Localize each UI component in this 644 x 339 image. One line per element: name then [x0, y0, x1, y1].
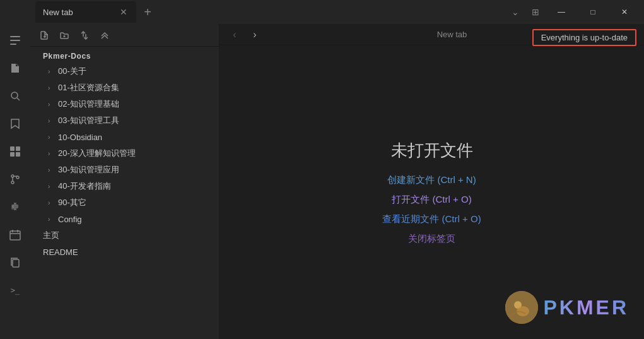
chevron-right-icon: › — [48, 85, 56, 92]
svg-rect-2 — [10, 44, 16, 45]
open-file-link[interactable]: 打开文件 (Ctrl + O) — [392, 194, 471, 206]
active-tab[interactable]: New tab ✕ — [35, 1, 136, 23]
git-icon[interactable] — [4, 168, 26, 191]
editor-nav: ‹ › New tab Everything is up-to-date — [220, 24, 644, 45]
svg-rect-8 — [16, 152, 20, 157]
svg-rect-1 — [10, 40, 20, 41]
svg-point-10 — [11, 181, 14, 184]
list-item[interactable]: › 40-开发者指南 — [30, 178, 219, 194]
list-item[interactable]: › 90-其它 — [30, 194, 219, 211]
list-item[interactable]: › 02-知识管理基础 — [30, 96, 219, 112]
back-button[interactable]: ‹ — [227, 27, 242, 42]
sidebar-root-label: Pkmer-Docs — [30, 49, 219, 63]
svg-rect-0 — [10, 36, 20, 37]
editor-area: ‹ › New tab Everything is up-to-date 未打开… — [220, 24, 644, 339]
chevron-right-icon: › — [48, 216, 56, 223]
svg-rect-17 — [13, 259, 19, 267]
chevron-right-icon: › — [48, 68, 56, 75]
new-folder-button[interactable] — [56, 27, 73, 44]
search-icon[interactable] — [4, 85, 26, 107]
sidebar-item-label: 03-知识管理工具 — [58, 115, 219, 126]
tab-bar: New tab ✕ + — [30, 0, 506, 24]
sidebar-item-label: 02-知识管理基础 — [58, 98, 219, 110]
sidebar-item-label: 01-社区资源合集 — [58, 82, 219, 93]
sidebar-item-label: 20-深入理解知识管理 — [58, 148, 219, 159]
chevron-right-icon: › — [48, 134, 56, 141]
calendar-icon[interactable] — [4, 223, 26, 246]
create-new-file-link[interactable]: 创建新文件 (Ctrl + N) — [387, 174, 476, 186]
sidebar-item-label: Config — [58, 215, 219, 224]
sort-button[interactable] — [76, 27, 93, 44]
maximize-button[interactable]: □ — [578, 2, 607, 22]
list-item[interactable]: › 30-知识管理应用 — [30, 162, 219, 178]
update-badge: Everything is up-to-date — [532, 29, 636, 46]
window-controls: ⌄ ⊞ — □ ✕ — [506, 0, 644, 24]
sidebar-item-label: 00-关于 — [58, 66, 219, 77]
chevron-right-icon: › — [48, 101, 56, 108]
sidebar-toolbar — [30, 24, 219, 47]
pkmer-logo: PKMER — [505, 291, 629, 324]
recent-files-link[interactable]: 查看近期文件 (Ctrl + O) — [382, 213, 481, 225]
sidebar-flat-label: README — [43, 247, 78, 257]
list-item[interactable]: › 00-关于 — [30, 63, 219, 80]
chevron-down-icon[interactable]: ⌄ — [506, 3, 524, 21]
list-item[interactable]: 主页 — [30, 227, 219, 244]
sidebar-content: Pkmer-Docs › 00-关于 › 01-社区资源合集 › 02-知识管理… — [30, 47, 219, 339]
minimize-button[interactable]: — — [547, 2, 576, 22]
sidebar-item-label: 30-知识管理应用 — [58, 164, 219, 175]
svg-rect-12 — [11, 205, 14, 210]
tab-close-icon[interactable]: ✕ — [119, 7, 129, 17]
list-item[interactable]: README — [30, 244, 219, 260]
extensions-icon[interactable] — [4, 196, 26, 218]
list-item[interactable]: › 03-知识管理工具 — [30, 112, 219, 129]
editor-content: 未打开文件 创建新文件 (Ctrl + N) 打开文件 (Ctrl + O) 查… — [220, 45, 644, 339]
list-item[interactable]: › 01-社区资源合集 — [30, 80, 219, 96]
sidebar-flat-label: 主页 — [43, 230, 59, 241]
close-tab-link[interactable]: 关闭标签页 — [408, 233, 455, 245]
sidebar-item-label: 10-Obsidian — [58, 133, 219, 142]
sidebar-item-label: 40-开发者指南 — [58, 181, 219, 192]
svg-point-3 — [11, 92, 18, 98]
chevron-right-icon: › — [48, 117, 56, 124]
new-file-button[interactable] — [35, 27, 53, 44]
sidebar-item-label: 90-其它 — [58, 197, 219, 208]
pkmer-text: PKMER — [543, 296, 629, 319]
pkmer-avatar — [505, 291, 538, 324]
svg-rect-13 — [10, 231, 20, 240]
close-button[interactable]: ✕ — [610, 2, 639, 22]
sidebar-toggle-icon[interactable] — [4, 29, 26, 52]
chevron-right-icon: › — [48, 167, 56, 174]
sidebar: Pkmer-Docs › 00-关于 › 01-社区资源合集 › 02-知识管理… — [30, 24, 220, 339]
tab-title: New tab — [43, 8, 114, 17]
svg-line-4 — [17, 98, 20, 100]
svg-rect-5 — [10, 146, 15, 151]
main-area: >_ — [0, 24, 644, 339]
chevron-right-icon: › — [48, 150, 56, 157]
list-item[interactable]: › Config — [30, 211, 219, 227]
grid-icon[interactable] — [4, 140, 26, 163]
svg-rect-6 — [16, 146, 20, 151]
collapse-all-button[interactable] — [96, 27, 114, 44]
list-item[interactable]: › 20-深入理解知识管理 — [30, 145, 219, 162]
terminal-icon[interactable]: >_ — [4, 279, 26, 302]
forward-button[interactable]: › — [247, 27, 262, 42]
copy-icon[interactable] — [4, 251, 26, 274]
title-bar: New tab ✕ + ⌄ ⊞ — □ ✕ — [0, 0, 644, 24]
activity-bar: >_ — [0, 24, 30, 339]
layout-icon[interactable]: ⊞ — [527, 3, 544, 21]
chevron-right-icon: › — [48, 199, 56, 206]
bookmark-icon[interactable] — [4, 112, 26, 135]
svg-rect-7 — [10, 152, 15, 157]
no-file-title: 未打开文件 — [391, 140, 473, 162]
chevron-right-icon: › — [48, 183, 56, 190]
list-item[interactable]: › 10-Obsidian — [30, 129, 219, 145]
new-tab-button[interactable]: + — [139, 3, 156, 21]
files-icon[interactable] — [4, 57, 26, 80]
